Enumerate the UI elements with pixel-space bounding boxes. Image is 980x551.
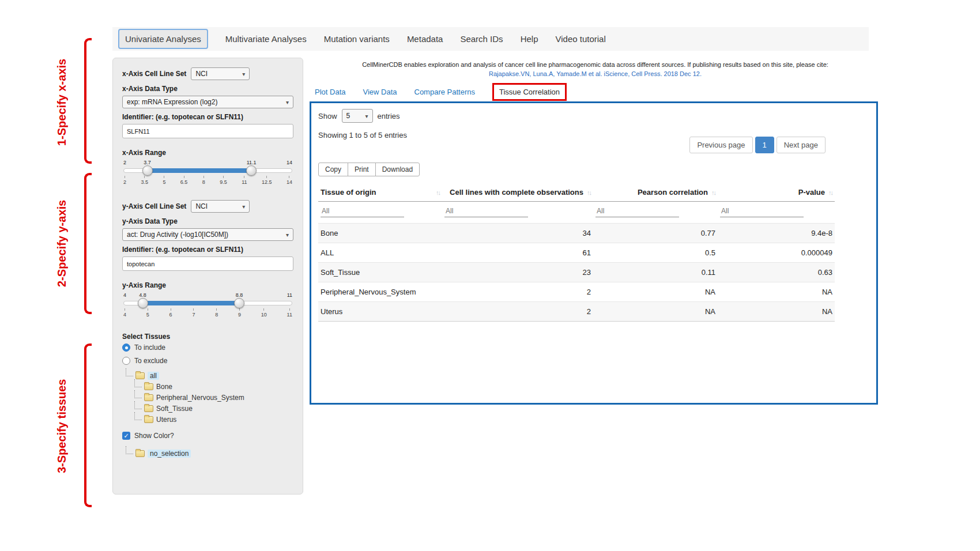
citation-text: CellMinerCDB enables exploration and ana… xyxy=(314,61,876,68)
x-slider-handle-low[interactable] xyxy=(142,165,153,176)
radio-to-include[interactable]: To include xyxy=(122,344,293,352)
tick: 9.5 xyxy=(220,176,227,185)
x-identifier-label: Identifier: (e.g. topotecan or SLFN11) xyxy=(122,113,293,121)
y-data-type-select[interactable]: act: Drug Activity (-log10[IC50M]) ▾ xyxy=(122,228,293,241)
nav-tab-search-ids[interactable]: Search IDs xyxy=(460,34,503,44)
x-slider-high-label: 11.1 xyxy=(247,160,257,165)
show-color-checkbox-row[interactable]: ✓ Show Color? xyxy=(122,432,293,440)
show-entries-row: Show 5 ▾ entries xyxy=(318,109,869,123)
nav-tab-multivariate-analyses[interactable]: Multivariate Analyses xyxy=(225,34,307,44)
col-header-pearson-correlation[interactable]: Pearson correlation ↑↓ xyxy=(593,183,718,202)
tick: 6 xyxy=(169,308,172,318)
sort-icon[interactable]: ↑↓ xyxy=(828,189,832,196)
chevron-down-icon: ▾ xyxy=(242,203,245,210)
citation-link[interactable]: Rajapakse.VN, Luna.A, Yamade.M et al. iS… xyxy=(314,70,876,77)
tissue-correlation-table: Tissue of origin ↑↓ Cell lines with comp… xyxy=(318,183,835,322)
radio-icon xyxy=(122,344,130,352)
subtab-tissue-correlation[interactable]: Tissue Correlation xyxy=(492,83,567,101)
annotation-step-2: 2-Specify y-axis xyxy=(55,173,73,314)
subtab-view-data[interactable]: View Data xyxy=(363,88,397,96)
tick: 11 xyxy=(287,308,292,318)
x-identifier-input[interactable] xyxy=(122,124,293,138)
y-slider-max-label: 11 xyxy=(287,292,292,298)
col-header-p-value[interactable]: P-value ↑↓ xyxy=(718,183,835,202)
filter-cell-lines-input[interactable] xyxy=(444,205,528,217)
y-slider-track[interactable] xyxy=(123,301,292,305)
table-row[interactable]: Uterus 2 NA NA xyxy=(318,302,835,322)
y-cell-line-set-select[interactable]: NCI ▾ xyxy=(191,200,250,213)
x-cell-line-set-select[interactable]: NCI ▾ xyxy=(191,67,250,80)
cellminercdb-page: 1-Specify x-axis 2-Specify y-axis 3-Spec… xyxy=(0,0,980,551)
tree-connector xyxy=(134,390,142,398)
tree-node-no-selection[interactable]: no_selection xyxy=(126,448,293,459)
tree-node[interactable]: Soft_Tissue xyxy=(134,403,293,414)
x-slider-track[interactable] xyxy=(123,168,292,173)
tick: 14 xyxy=(287,176,292,185)
y-slider-handle-low[interactable] xyxy=(138,298,148,308)
print-button[interactable]: Print xyxy=(348,163,376,176)
folder-icon xyxy=(135,372,145,379)
nav-tab-video-tutorial[interactable]: Video tutorial xyxy=(555,34,605,44)
sort-icon[interactable]: ↑↓ xyxy=(587,189,591,196)
annotation-step-3: 3-Specify tissues xyxy=(55,345,73,507)
pagination: Previous page 1 Next page xyxy=(689,137,826,153)
filter-tissue-input[interactable] xyxy=(321,205,404,217)
tissue-tree: all Bone Peripheral_Nervous_System Soft_… xyxy=(126,370,293,425)
checkbox-checked-icon[interactable]: ✓ xyxy=(122,432,130,440)
copy-button[interactable]: Copy xyxy=(318,163,348,176)
col-header-tissue-of-origin[interactable]: Tissue of origin ↑↓ xyxy=(318,183,442,202)
subtab-compare-patterns[interactable]: Compare Patterns xyxy=(414,88,476,96)
folder-icon xyxy=(144,416,153,423)
tree-node-all[interactable]: all xyxy=(126,370,293,381)
entries-per-page-select[interactable]: 5 ▾ xyxy=(342,109,373,123)
tree-node[interactable]: Bone xyxy=(134,381,293,392)
nav-tab-univariate-analyses[interactable]: Univariate Analyses xyxy=(118,29,208,49)
y-range-label: y-Axis Range xyxy=(122,281,293,289)
filter-row xyxy=(318,202,835,224)
y-slider-handle-high[interactable] xyxy=(234,298,244,308)
subtab-plot-data[interactable]: Plot Data xyxy=(315,88,345,96)
table-row[interactable]: ALL 61 0.5 0.000049 xyxy=(318,243,835,263)
page-number-button[interactable]: 1 xyxy=(755,137,774,153)
y-identifier-input[interactable] xyxy=(122,256,293,271)
table-row[interactable]: Peripheral_Nervous_System 2 NA NA xyxy=(318,282,835,302)
header-row: Tissue of origin ↑↓ Cell lines with comp… xyxy=(318,183,835,202)
sort-icon[interactable]: ↑↓ xyxy=(711,189,715,196)
sidebar-controls: x-Axis Cell Line Set NCI ▾ x-Axis Data T… xyxy=(112,58,303,495)
tick: 10 xyxy=(261,308,267,318)
x-slider-handle-high[interactable] xyxy=(246,165,257,176)
annotation-bracket-1 xyxy=(84,38,92,164)
sort-icon[interactable]: ↑↓ xyxy=(436,189,440,196)
tree-node[interactable]: Uterus xyxy=(134,414,293,425)
folder-icon xyxy=(144,383,153,390)
nav-tab-metadata[interactable]: Metadata xyxy=(407,34,443,44)
tick: 5 xyxy=(146,308,149,318)
x-data-type-label: x-Axis Data Type xyxy=(122,85,293,93)
tree-connector xyxy=(134,412,142,420)
entries-label: entries xyxy=(378,112,400,120)
previous-page-button[interactable]: Previous page xyxy=(689,137,752,153)
y-slider-min-label: 4 xyxy=(123,292,126,298)
tick: 5 xyxy=(163,176,165,185)
nav-tab-mutation-variants[interactable]: Mutation variants xyxy=(324,34,390,44)
nav-tab-help[interactable]: Help xyxy=(521,34,538,44)
table-row[interactable]: Soft_Tissue 23 0.11 0.63 xyxy=(318,263,835,282)
filter-pearson-input[interactable] xyxy=(595,205,679,217)
annotation-step-1: 1-Specify x-axis xyxy=(55,41,73,163)
y-cell-line-set-label: y-Axis Cell Line Set xyxy=(122,202,186,210)
x-data-type-select[interactable]: exp: mRNA Expression (log2) ▾ xyxy=(122,96,293,108)
col-header-cell-lines[interactable]: Cell lines with complete observations ↑↓ xyxy=(442,183,593,202)
download-button[interactable]: Download xyxy=(375,163,420,176)
y-slider-fill xyxy=(143,301,239,305)
chevron-down-icon: ▾ xyxy=(286,232,289,238)
radio-to-exclude[interactable]: To exclude xyxy=(122,357,293,365)
tick: 11 xyxy=(242,176,247,185)
y-range-slider: 4 4.8 8.8 11 4 5 6 7 8 9 10 11 xyxy=(123,292,292,318)
annotation-bracket-3 xyxy=(84,344,92,507)
filter-pvalue-input[interactable] xyxy=(720,205,804,217)
table-row[interactable]: Bone 34 0.77 9.4e-8 xyxy=(318,224,835,243)
y-identifier-label: Identifier: (e.g. topotecan or SLFN11) xyxy=(122,246,293,254)
tree-node[interactable]: Peripheral_Nervous_System xyxy=(134,392,293,403)
tree-connector xyxy=(126,368,133,376)
next-page-button[interactable]: Next page xyxy=(777,137,826,153)
